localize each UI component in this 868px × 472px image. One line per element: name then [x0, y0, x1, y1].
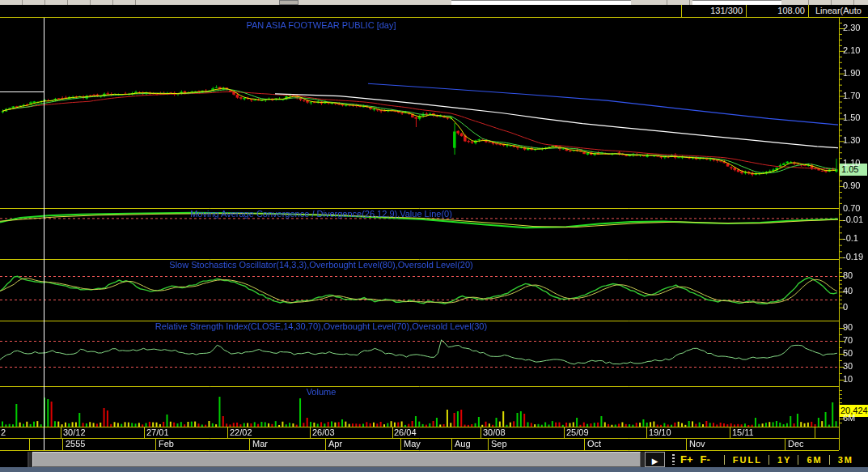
range-3m-button[interactable]: 3M [829, 455, 853, 465]
range-1y-button[interactable]: 1Y [768, 455, 791, 465]
corner-block [0, 452, 29, 467]
range-6m-button[interactable]: 6M [798, 455, 822, 465]
horizontal-scrollbar-row: ▶ F+ F- FULL 1Y 6M 3M [0, 452, 868, 467]
right-arrow-icon: ▶ [652, 457, 658, 466]
price-readout: 108.00 [746, 5, 808, 17]
trading-app-window: 131/300 108.00 Linear(Auto PAN ASIA FOOT… [0, 0, 868, 472]
grip-dots-icon [672, 454, 675, 465]
h-scrollbar-track[interactable] [29, 452, 645, 467]
h-scrollbar-thumb[interactable] [32, 452, 641, 467]
status-bar: 131/300 108.00 Linear(Auto [0, 5, 868, 18]
range-full-button[interactable]: FULL [724, 455, 762, 465]
scale-mode-button[interactable]: Linear(Auto [808, 5, 868, 17]
chart-footer-toolbar: F+ F- FULL 1Y 6M 3M [665, 452, 868, 467]
font-increase-button[interactable]: F+ [680, 453, 693, 466]
status-bar-spacer [0, 5, 681, 17]
window-edge-strip [0, 467, 868, 472]
chart-canvas[interactable] [0, 18, 868, 452]
bar-counter: 131/300 [681, 5, 746, 17]
font-decrease-button[interactable]: F- [701, 453, 710, 466]
scroll-right-button[interactable]: ▶ [645, 452, 665, 467]
